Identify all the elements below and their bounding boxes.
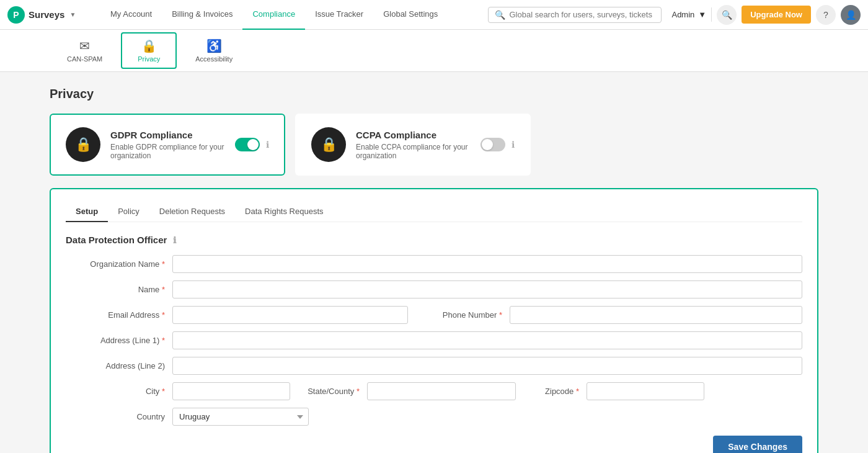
- address2-input[interactable]: [172, 357, 802, 375]
- tab-data-rights[interactable]: Data Rights Requests: [235, 202, 333, 222]
- form-row-city-state-zip: City * State/County * Zipcode *: [66, 382, 802, 400]
- top-nav: My Account Billing & Invoices Compliance…: [100, 0, 488, 30]
- search-bar[interactable]: 🔍: [488, 7, 662, 23]
- tab-policy[interactable]: Policy: [108, 202, 149, 222]
- name-label: Name *: [66, 285, 165, 294]
- admin-dropdown-icon[interactable]: ▼: [698, 10, 706, 19]
- form-row-address1: Address (Line 1) *: [66, 331, 802, 349]
- sec-nav-can-spam[interactable]: ✉ CAN-SPAM: [51, 32, 118, 69]
- sec-nav-privacy-label: Privacy: [138, 55, 160, 63]
- app-dropdown-arrow[interactable]: ▼: [69, 11, 76, 18]
- admin-label: Admin: [671, 10, 694, 19]
- panel-tabs: Setup Policy Deletion Requests Data Righ…: [66, 202, 802, 222]
- help-btn[interactable]: ?: [816, 5, 836, 25]
- address1-input[interactable]: [172, 331, 802, 349]
- dpo-help-icon[interactable]: ℹ: [173, 235, 176, 245]
- ccpa-card-title: CCPA Compliance: [356, 130, 471, 140]
- dpo-section-title: Data Protection Officer ℹ: [66, 235, 802, 245]
- top-bar: P Surveys ▼ My Account Billing & Invoice…: [0, 0, 868, 30]
- nav-my-account[interactable]: My Account: [100, 0, 162, 30]
- form-row-name: Name *: [66, 280, 802, 298]
- phone-label: Phone Number *: [415, 310, 502, 320]
- country-label: Country: [66, 412, 165, 421]
- logo-icon: P: [7, 6, 25, 24]
- gdpr-lock-icon: 🔒: [66, 127, 100, 162]
- nav-issue-tracker[interactable]: Issue Tracker: [305, 0, 373, 30]
- can-spam-icon: ✉: [79, 38, 90, 53]
- tab-deletion-requests[interactable]: Deletion Requests: [149, 202, 235, 222]
- page-content: Privacy 🔒 GDPR Compliance Enable GDPR co…: [0, 72, 868, 453]
- app-title: Surveys: [29, 9, 64, 20]
- gdpr-card-title: GDPR Compliance: [110, 130, 225, 140]
- ccpa-help-icon[interactable]: ℹ: [512, 140, 515, 150]
- ccpa-card-desc: Enable CCPA compliance for your organiza…: [356, 143, 471, 160]
- gdpr-detail-panel: Setup Policy Deletion Requests Data Righ…: [50, 188, 818, 453]
- city-input[interactable]: [172, 382, 290, 400]
- upgrade-btn[interactable]: Upgrade Now: [742, 6, 811, 24]
- phone-input[interactable]: [510, 306, 802, 324]
- zipcode-label: Zipcode *: [523, 387, 579, 396]
- ccpa-toggle[interactable]: [480, 138, 505, 151]
- avatar-btn[interactable]: 👤: [841, 5, 861, 25]
- sec-nav-accessibility-label: Accessibility: [195, 55, 232, 63]
- ccpa-card: 🔒 CCPA Compliance Enable CCPA compliance…: [295, 114, 531, 176]
- state-label: State/County *: [298, 387, 360, 396]
- compliance-cards-row: 🔒 GDPR Compliance Enable GDPR compliance…: [50, 114, 818, 176]
- dpo-title-text: Data Protection Officer: [66, 235, 167, 245]
- ccpa-card-info: CCPA Compliance Enable CCPA compliance f…: [356, 130, 471, 160]
- gdpr-toggle-container: ℹ: [235, 138, 269, 151]
- name-input[interactable]: [172, 280, 802, 298]
- sec-nav-can-spam-label: CAN-SPAM: [67, 55, 102, 63]
- gdpr-card-info: GDPR Compliance Enable GDPR compliance f…: [110, 130, 225, 160]
- tab-setup[interactable]: Setup: [66, 202, 108, 222]
- gdpr-card-desc: Enable GDPR compliance for your organiza…: [110, 143, 225, 160]
- email-input[interactable]: [172, 306, 408, 324]
- form-row-address2: Address (Line 2): [66, 357, 802, 375]
- ccpa-toggle-knob: [482, 139, 493, 150]
- search-icon: 🔍: [495, 10, 505, 20]
- email-label: Email Address *: [66, 310, 165, 320]
- sec-nav-accessibility[interactable]: ♿ Accessibility: [179, 32, 249, 69]
- save-changes-btn[interactable]: Save Changes: [713, 436, 802, 453]
- ccpa-lock-icon: 🔒: [311, 127, 346, 162]
- privacy-icon: 🔒: [141, 38, 157, 53]
- address2-label: Address (Line 2): [66, 361, 165, 370]
- secondary-nav: ✉ CAN-SPAM 🔒 Privacy ♿ Accessibility: [0, 30, 868, 72]
- accessibility-icon: ♿: [206, 38, 222, 53]
- search-circle-btn[interactable]: 🔍: [717, 5, 737, 25]
- form-row-country: Country Uruguay United States United Kin…: [66, 408, 802, 426]
- nav-global-settings[interactable]: Global Settings: [373, 0, 448, 30]
- nav-compliance[interactable]: Compliance: [242, 0, 305, 30]
- page-title: Privacy: [50, 87, 818, 101]
- dpo-form: Organization Name * Name * Email Address…: [66, 255, 802, 426]
- gdpr-toggle[interactable]: [235, 138, 260, 151]
- org-name-input[interactable]: [172, 255, 802, 273]
- org-name-label: Organization Name *: [66, 259, 165, 269]
- state-input[interactable]: [367, 382, 516, 400]
- gdpr-help-icon[interactable]: ℹ: [266, 140, 269, 150]
- top-right: 🔍 Admin ▼ 🔍 Upgrade Now ? 👤: [488, 5, 861, 25]
- nav-billing[interactable]: Billing & Invoices: [162, 0, 242, 30]
- search-input[interactable]: [509, 10, 655, 19]
- gdpr-card: 🔒 GDPR Compliance Enable GDPR compliance…: [50, 114, 285, 176]
- gdpr-toggle-knob: [247, 139, 259, 150]
- zipcode-input[interactable]: [587, 382, 704, 400]
- ccpa-toggle-container: ℹ: [480, 138, 515, 151]
- logo-area[interactable]: P Surveys ▼: [7, 6, 94, 24]
- form-row-email-phone: Email Address * Phone Number *: [66, 306, 802, 324]
- country-select[interactable]: Uruguay United States United Kingdom Ger…: [172, 408, 309, 426]
- address1-label: Address (Line 1) *: [66, 336, 165, 345]
- sec-nav-privacy[interactable]: 🔒 Privacy: [121, 32, 177, 69]
- admin-badge: Admin ▼: [666, 7, 712, 22]
- city-label: City *: [66, 387, 165, 396]
- form-row-org-name: Organization Name *: [66, 255, 802, 273]
